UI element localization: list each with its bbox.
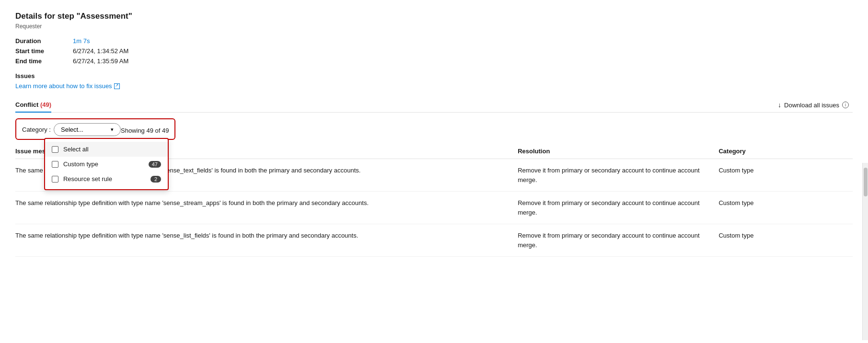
select-all-label: Select all [63, 146, 161, 153]
showing-count-text: Showing 49 of 49 [121, 127, 169, 134]
dropdown-item-select-all[interactable]: Select all [45, 142, 168, 157]
learn-more-text: Learn more about how to fix issues [15, 82, 112, 90]
tab-conflict-label: Conflict [15, 101, 38, 108]
cell-message: The same relationship type definition wi… [15, 224, 518, 257]
duration-value: 1m 7s [73, 37, 853, 45]
cell-category: Custom type [718, 159, 853, 192]
dropdown-selected-value: Select... [61, 126, 83, 133]
category-filter-label: Category : [22, 126, 51, 133]
download-all-button[interactable]: ↓ Download all issues i [774, 99, 853, 111]
start-time-value: 6/27/24, 1:34:52 AM [73, 47, 853, 55]
cell-message: The same relationship type definition wi… [15, 192, 518, 224]
duration-key: Duration [15, 37, 73, 45]
end-time-key: End time [15, 57, 73, 65]
requester-label: Requester [15, 23, 853, 30]
dropdown-item-resource-set-rule[interactable]: Resource set rule 2 [45, 172, 168, 186]
table-row: The same relationship type definition wi… [15, 224, 853, 257]
category-dropdown-menu: Select all Custom type 47 Resource set r… [44, 138, 169, 190]
chevron-down-icon: ▾ [111, 126, 114, 133]
filter-row: Category : Select... ▾ Select all [15, 118, 853, 140]
tab-conflict-count: (49) [40, 101, 51, 108]
cell-resolution: Remove it from primary or secondary acco… [518, 224, 718, 257]
resource-set-rule-checkbox[interactable] [52, 176, 58, 183]
download-info-icon: i [842, 102, 849, 108]
cell-resolution: Remove it from primary or secondary acco… [518, 159, 718, 192]
category-dropdown-wrapper: Select... ▾ Select all Custom type 47 [54, 123, 121, 136]
page-title: Details for step "Assessment" [15, 11, 853, 21]
tab-conflict[interactable]: Conflict (49) [15, 97, 51, 112]
filter-outline-box: Category : Select... ▾ Select all [15, 118, 175, 140]
tabs-bar: Conflict (49) ↓ Download all issues i [15, 97, 853, 113]
custom-type-checkbox[interactable] [52, 161, 58, 168]
external-link-icon [114, 83, 120, 89]
scrollbar[interactable] [862, 163, 868, 340]
start-time-key: Start time [15, 47, 73, 55]
table-row: The same relationship type definition wi… [15, 192, 853, 224]
dropdown-item-custom-type[interactable]: Custom type 47 [45, 157, 168, 172]
category-dropdown-trigger[interactable]: Select... ▾ [54, 123, 121, 136]
download-all-label: Download all issues [784, 102, 839, 109]
download-arrow-icon: ↓ [778, 101, 781, 109]
cell-category: Custom type [718, 192, 853, 224]
cell-resolution: Remove it from primary or secondary acco… [518, 192, 718, 224]
meta-section: Duration 1m 7s Start time 6/27/24, 1:34:… [15, 37, 853, 65]
cell-category: Custom type [718, 224, 853, 257]
end-time-value: 6/27/24, 1:35:59 AM [73, 57, 853, 65]
resource-set-rule-label: Resource set rule [63, 175, 146, 183]
learn-more-link[interactable]: Learn more about how to fix issues [15, 82, 120, 90]
custom-type-badge: 47 [149, 161, 161, 168]
custom-type-label: Custom type [63, 160, 144, 168]
col-header-resolution: Resolution [518, 144, 718, 159]
select-all-checkbox[interactable] [52, 146, 58, 153]
scroll-thumb[interactable] [864, 168, 868, 196]
col-header-category: Category [718, 144, 853, 159]
issues-heading: Issues [15, 72, 853, 80]
resource-set-rule-badge: 2 [150, 176, 161, 183]
